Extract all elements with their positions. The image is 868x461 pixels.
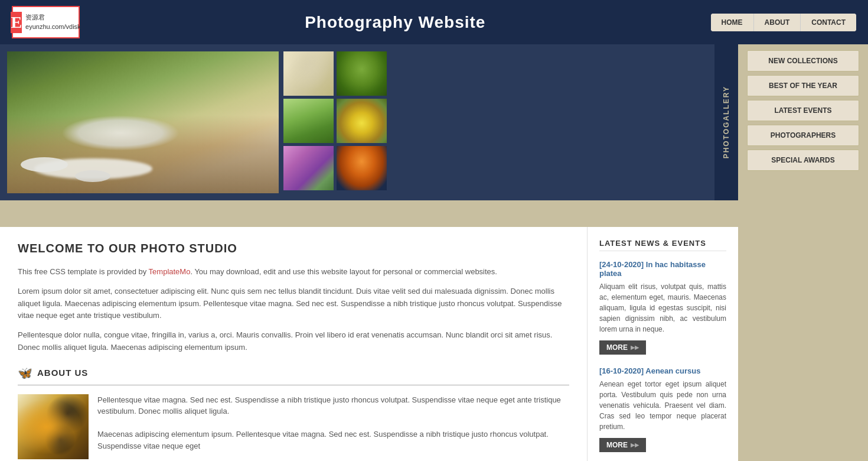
logo-text: 资源君 eyunzhu.com/vdisk: [25, 13, 81, 31]
sidebar: NEW COLLECTIONS BEST OF THE YEAR LATEST …: [738, 44, 868, 461]
news-item-1: [24-10-2020] In hac habitasse platea Ali…: [599, 260, 726, 355]
sidebar-item-best-of-year[interactable]: BEST OF THE YEAR: [747, 75, 859, 96]
thumb-purple-flower[interactable]: [283, 146, 334, 190]
thumb-orange-vase[interactable]: [337, 146, 387, 190]
sidebar-item-photographers[interactable]: PHOTOGRAPHERS: [747, 125, 859, 146]
main-content: WELCOME TO OUR PHOTO STUDIO This free CS…: [0, 227, 738, 461]
news-1-text: Aliquam elit risus, volutpat quis, matti…: [599, 281, 726, 335]
main-gallery-photo[interactable]: [7, 51, 279, 193]
thumb-col-2: [337, 51, 387, 193]
news-2-date-title: [16-10-2020] Aenean cursus: [599, 366, 726, 375]
photo-strip: [283, 51, 387, 193]
photogallery-label: PHOTOGALLERY: [722, 86, 730, 158]
sidebar-item-latest-events[interactable]: LATEST EVENTS: [747, 100, 859, 121]
site-title: Photography Website: [80, 13, 711, 32]
about-section: 🦋 ABOUT US Pellentesque vitae magna. Sed…: [18, 366, 569, 459]
butterfly-icon: 🦋: [18, 366, 32, 380]
about-image: [18, 394, 89, 459]
about-title: ABOUT US: [37, 368, 88, 378]
intro-paragraph-3: Pellentesque dolor nulla, congue vitae, …: [18, 329, 569, 354]
gallery-wrapper: PHOTOGALLERY: [0, 44, 738, 200]
about-content: Pellentesque vitae magna. Sed nec est. S…: [18, 394, 569, 459]
news-1-date-title: [24-10-2020] In hac habitasse platea: [599, 260, 726, 278]
content-area: PHOTOGALLERY WELCOME TO OUR PHOTO STUDIO…: [0, 44, 738, 461]
nav-item-about[interactable]: ABOUT: [754, 14, 801, 31]
content-right: LATEST NEWS & EVENTS [24-10-2020] In hac…: [588, 227, 738, 461]
intro-p1-after: . You may download, edit and use this we…: [190, 267, 497, 276]
page-wrapper: E 资源君 eyunzhu.com/vdisk Photography Webs…: [0, 0, 868, 461]
thumb-cactus-stones[interactable]: [283, 51, 334, 96]
gallery-main-row: [0, 44, 714, 200]
templatemo-link[interactable]: TemplateMo: [149, 267, 191, 276]
intro-p1-before: This free CSS template is provided by: [18, 267, 149, 276]
intro-paragraph-1: This free CSS template is provided by Te…: [18, 266, 569, 278]
about-text-1: Pellentesque vitae magna. Sed nec est. S…: [97, 394, 569, 417]
news-item-2: [16-10-2020] Aenean cursus Aenean eget t…: [599, 366, 726, 452]
logo-box[interactable]: E 资源君 eyunzhu.com/vdisk: [12, 6, 80, 38]
logo-line2: eyunzhu.com/vdisk: [25, 22, 81, 31]
news-2-text: Aenean eget tortor eget ipsum aliquet po…: [599, 379, 726, 432]
header: E 资源君 eyunzhu.com/vdisk Photography Webs…: [0, 0, 868, 44]
news-header: LATEST NEWS & EVENTS: [599, 239, 726, 251]
welcome-title: WELCOME TO OUR PHOTO STUDIO: [18, 242, 569, 255]
thumb-col-1: [283, 51, 334, 193]
thumb-cactus[interactable]: [337, 51, 387, 96]
main-wrapper: PHOTOGALLERY WELCOME TO OUR PHOTO STUDIO…: [0, 44, 868, 461]
logo-area: E 资源君 eyunzhu.com/vdisk: [12, 6, 80, 38]
thumb-yellow-flower[interactable]: [337, 99, 387, 143]
about-text-2: Maecenas adipiscing elementum ipsum. Pel…: [97, 428, 569, 452]
about-header: 🦋 ABOUT US: [18, 366, 569, 385]
logo-line1: 资源君: [25, 13, 81, 22]
logo-letter: E: [11, 12, 22, 33]
sidebar-item-new-collections[interactable]: NEW COLLECTIONS: [747, 50, 859, 72]
nav-item-home[interactable]: HOME: [711, 14, 754, 31]
news-1-more-button[interactable]: MORE: [599, 340, 646, 355]
news-2-more-button[interactable]: MORE: [599, 438, 646, 452]
gallery-band: [0, 200, 738, 227]
nav-item-contact[interactable]: CONTACT: [801, 14, 856, 31]
top-nav: HOME ABOUT CONTACT: [711, 14, 856, 31]
sidebar-item-special-awards[interactable]: SPECIAL AWARDS: [747, 150, 859, 171]
content-left: WELCOME TO OUR PHOTO STUDIO This free CS…: [0, 227, 588, 461]
thumb-green-plant[interactable]: [283, 99, 334, 143]
intro-paragraph-2: Lorem ipsum dolor sit amet, consectetuer…: [18, 285, 569, 322]
photogallery-tab[interactable]: PHOTOGALLERY: [714, 44, 738, 200]
about-text: Pellentesque vitae magna. Sed nec est. S…: [97, 394, 569, 459]
